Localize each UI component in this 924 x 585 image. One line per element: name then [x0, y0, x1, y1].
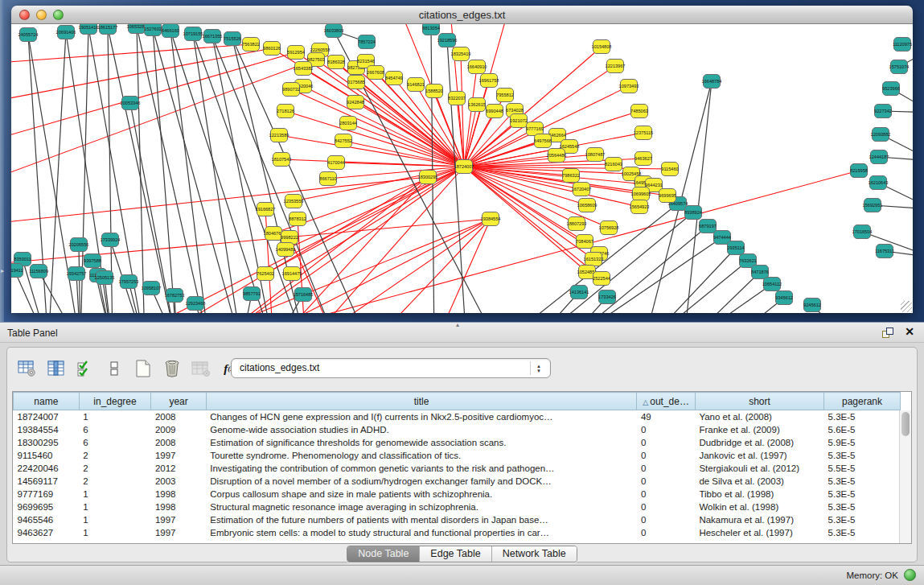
- column-header-title[interactable]: title: [206, 393, 637, 410]
- table-cell[interactable]: 5.6E-5: [824, 423, 901, 436]
- panel-splitter-grip[interactable]: ▴: [456, 321, 459, 328]
- table-cell[interactable]: 0: [637, 513, 695, 526]
- table-cell[interactable]: 1: [79, 488, 151, 501]
- table-select-combobox[interactable]: citations_edges.txt ▲▼: [231, 358, 551, 378]
- table-cell[interactable]: Dudbridge et al. (2008): [695, 436, 823, 449]
- table-vertical-scrollbar[interactable]: [899, 410, 911, 543]
- node-table[interactable]: namein_degreeyeartitle△out_de…shortpager…: [13, 392, 901, 539]
- table-cell[interactable]: Franke et al. (2009): [695, 423, 823, 436]
- table-cell[interactable]: 0: [637, 488, 695, 501]
- node-table-grid[interactable]: namein_degreeyeartitle△out_de…shortpager…: [12, 391, 912, 544]
- select-rows-icon[interactable]: [73, 356, 97, 381]
- table-cell[interactable]: 1: [79, 526, 151, 539]
- table-cell[interactable]: 9115460: [14, 449, 80, 462]
- table-cell[interactable]: Yano et al. (2008): [695, 410, 823, 423]
- table-row[interactable]: 946362711997Embryonic stem cells: a mode…: [14, 526, 901, 539]
- edge[interactable]: [170, 31, 209, 313]
- table-cell[interactable]: 14569117: [14, 475, 80, 488]
- table-cell[interactable]: 9777169: [14, 488, 80, 501]
- table-cell[interactable]: 2003: [151, 475, 206, 488]
- table-cell[interactable]: 5.3E-5: [824, 410, 901, 423]
- table-cell[interactable]: Nakamura et al. (1997): [695, 513, 823, 526]
- table-cell[interactable]: de Silva et al. (2003): [695, 475, 823, 488]
- delete-column-icon[interactable]: [160, 356, 184, 381]
- table-cell[interactable]: 22420046: [14, 462, 80, 475]
- table-cell[interactable]: 0: [637, 526, 695, 539]
- table-cell[interactable]: 1: [79, 501, 151, 513]
- column-header-out_de[interactable]: △out_de…: [637, 393, 695, 410]
- table-cell[interactable]: 5.3E-5: [824, 513, 901, 526]
- close-panel-icon[interactable]: ✕: [905, 325, 914, 338]
- table-cell[interactable]: 1: [79, 513, 151, 526]
- network-window-titlebar[interactable]: citations_edges.txt: [11, 6, 913, 24]
- table-cell[interactable]: 2009: [151, 423, 206, 436]
- table-cell[interactable]: 0: [637, 423, 695, 436]
- table-cell[interactable]: 2: [79, 449, 151, 462]
- table-cell[interactable]: 18724007: [14, 410, 80, 423]
- table-row[interactable]: 946554611997Estimation of the future num…: [14, 513, 901, 526]
- edge[interactable]: [108, 27, 177, 313]
- table-cell[interactable]: 2: [79, 475, 151, 488]
- table-cell[interactable]: 0: [637, 475, 695, 488]
- table-cell[interactable]: 2: [79, 462, 151, 475]
- table-cell[interactable]: 5.3E-5: [824, 526, 901, 539]
- table-cell[interactable]: Estimation of significance thresholds fo…: [206, 436, 637, 449]
- table-cell[interactable]: 1998: [151, 488, 206, 501]
- table-cell[interactable]: Tibbo et al. (1998): [695, 488, 823, 501]
- table-cell[interactable]: 19384554: [14, 423, 80, 436]
- window-resize-grip[interactable]: [901, 301, 912, 312]
- table-cell[interactable]: Disruption of a novel member of a sodium…: [206, 475, 637, 488]
- table-row[interactable]: 1830029562008Estimation of significance …: [14, 436, 901, 449]
- table-cell[interactable]: 5.3E-5: [824, 488, 901, 501]
- memory-ok-icon[interactable]: [904, 569, 916, 581]
- float-panel-icon[interactable]: [882, 328, 893, 338]
- table-cell[interactable]: Hescheler et al. (1997): [695, 526, 823, 539]
- row-height-icon[interactable]: [102, 356, 126, 381]
- table-row[interactable]: 969969511998Structural magnetic resonanc…: [14, 501, 901, 513]
- table-cell[interactable]: 6: [79, 436, 151, 449]
- table-cell[interactable]: 9463627: [14, 526, 80, 539]
- table-row[interactable]: 977716911998Corpus callosum shape and si…: [14, 488, 901, 501]
- edge[interactable]: [643, 248, 736, 313]
- edge[interactable]: [279, 135, 464, 167]
- table-cell[interactable]: 1997: [151, 513, 206, 526]
- table-row[interactable]: 1872400712008Changes of HCN gene express…: [14, 410, 901, 423]
- table-cell[interactable]: 1997: [151, 449, 206, 462]
- table-header-row[interactable]: namein_degreeyeartitle△out_de…shortpager…: [14, 393, 901, 410]
- table-row[interactable]: 911546021997Tourette syndrome. Phenomeno…: [14, 449, 901, 462]
- table-row[interactable]: 2242004622012Investigating the contribut…: [14, 462, 901, 475]
- table-cell[interactable]: 1: [79, 410, 151, 423]
- column-visibility-icon[interactable]: [44, 356, 68, 381]
- table-cell[interactable]: Changes of HCN gene expression and I(f) …: [206, 410, 637, 423]
- network-canvas[interactable]: 2405572420691406190514161861517710653287…: [11, 24, 913, 313]
- column-header-year[interactable]: year: [151, 393, 206, 410]
- table-cell[interactable]: Stergiakouli et al. (2012): [695, 462, 823, 475]
- edge[interactable]: [11, 52, 296, 145]
- tab-edge-table[interactable]: Edge Table: [420, 546, 491, 562]
- table-cell[interactable]: 2012: [151, 462, 206, 475]
- table-cell[interactable]: 0: [637, 462, 695, 475]
- table-row[interactable]: 1938455462009Genome-wide association stu…: [14, 423, 901, 436]
- table-cell[interactable]: 2008: [151, 410, 206, 423]
- edge[interactable]: [464, 67, 477, 167]
- table-cell[interactable]: 5.5E-5: [824, 462, 901, 475]
- table-row[interactable]: 1456911722003Disruption of a novel membe…: [14, 475, 901, 488]
- edge[interactable]: [285, 111, 464, 167]
- table-cell[interactable]: 5.3E-5: [824, 475, 901, 488]
- edge[interactable]: [684, 284, 772, 313]
- table-cell[interactable]: 5.3E-5: [824, 449, 901, 462]
- table-options-icon[interactable]: [15, 356, 39, 381]
- table-cell[interactable]: 0: [637, 449, 695, 462]
- table-cell[interactable]: Tourette syndrome. Phenomenology and cla…: [206, 449, 637, 462]
- table-cell[interactable]: 6: [79, 423, 151, 436]
- edge[interactable]: [108, 27, 113, 313]
- scrollbar-thumb[interactable]: [901, 412, 910, 436]
- citation-network-graph[interactable]: 2405572420691406190514161861517710653287…: [11, 24, 913, 313]
- column-header-short[interactable]: short: [695, 393, 823, 410]
- table-cell[interactable]: 5.3E-5: [824, 501, 901, 513]
- edge[interactable]: [11, 48, 272, 105]
- table-cell[interactable]: Corpus callosum shape and size in male p…: [206, 488, 637, 501]
- table-cell[interactable]: 5.9E-5: [824, 436, 901, 449]
- column-header-name[interactable]: name: [14, 393, 80, 410]
- column-header-pagerank[interactable]: pagerank: [824, 393, 901, 410]
